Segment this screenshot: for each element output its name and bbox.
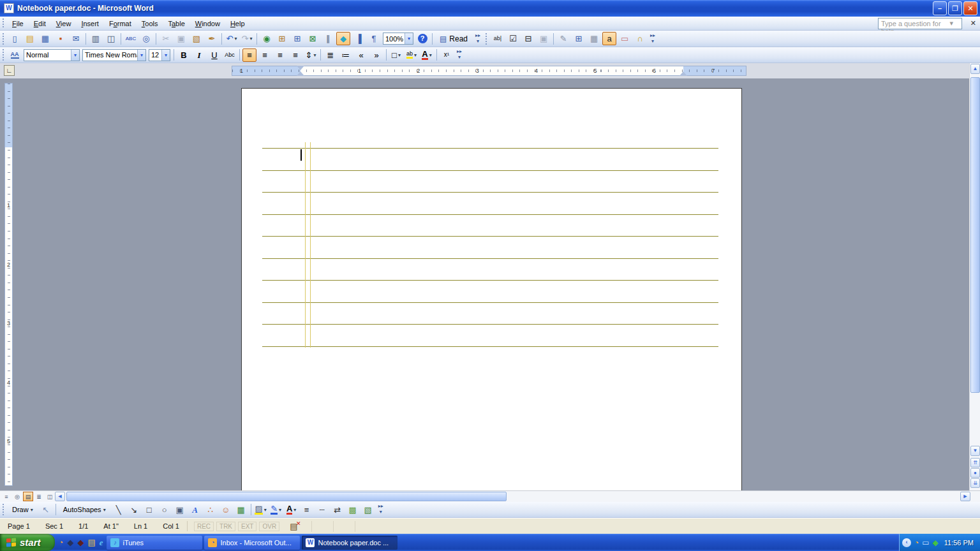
insert-excel-icon[interactable]: ⊠ <box>306 32 320 45</box>
research-icon[interactable]: ◎ <box>139 32 153 45</box>
normal-view-icon[interactable]: ≡ <box>1 492 11 501</box>
web-layout-view-icon[interactable]: ◎ <box>12 492 22 501</box>
size-combo-dropdown-icon[interactable]: ▾ <box>161 50 170 61</box>
bullet-list-icon[interactable]: ≔ <box>339 48 353 62</box>
open-folder-icon[interactable]: ▤ <box>23 32 37 45</box>
tables-and-borders-icon[interactable]: ⊞ <box>275 32 289 45</box>
form-field-shading-icon[interactable]: a <box>602 32 616 45</box>
email-icon[interactable]: ✉ <box>69 32 83 45</box>
line-spacing-icon[interactable]: ⇕▾ <box>304 48 318 62</box>
line-icon[interactable]: ╲ <box>112 503 126 517</box>
insert-picture-icon[interactable]: ▦ <box>234 503 248 517</box>
help-icon[interactable]: ? <box>415 32 429 45</box>
diagram-icon[interactable]: ∴ <box>204 503 218 517</box>
style-combo-dropdown-icon[interactable]: ▾ <box>71 50 79 61</box>
line-spacing-icon-dropdown-icon[interactable]: ▾ <box>313 52 316 58</box>
italic-icon[interactable]: I <box>192 48 206 62</box>
wordart-icon[interactable]: A <box>188 503 202 517</box>
task-button-1[interactable]: ♪iTunes <box>107 536 202 550</box>
minimize-button[interactable]: – <box>933 1 947 15</box>
print-icon[interactable]: ▥ <box>89 32 103 45</box>
read-button[interactable]: ▤Read <box>434 33 473 45</box>
undo-icon[interactable]: ↶▾ <box>225 32 239 45</box>
dash-style-icon[interactable]: ┄ <box>315 503 329 517</box>
increase-indent-icon[interactable]: » <box>369 48 383 62</box>
styles-and-formatting-icon[interactable]: AA <box>8 48 22 62</box>
clip-art-icon[interactable]: ☺ <box>219 503 233 517</box>
scroll-left-icon[interactable]: ◄ <box>55 492 65 501</box>
align-center-icon[interactable]: ≡ <box>258 48 272 62</box>
tray-collapse-icon[interactable]: ‹ <box>902 538 911 547</box>
status-mode-ovr[interactable]: OVR <box>259 522 279 531</box>
task-button-2[interactable]: ◔Inbox - Microsoft Out... <box>204 536 300 550</box>
insert-table-2-icon[interactable]: ⊞ <box>572 32 586 45</box>
redo-icon-dropdown-icon[interactable]: ▾ <box>249 36 252 41</box>
shadow-style-icon[interactable]: ▩ <box>346 503 360 517</box>
spelling-icon[interactable]: ABC <box>124 32 138 45</box>
hanging-indent-marker[interactable] <box>297 71 304 76</box>
scroll-down-icon[interactable]: ▼ <box>970 446 980 456</box>
outline-view-icon[interactable]: ≣ <box>34 492 44 501</box>
line-style-icon[interactable]: ≡ <box>300 503 314 517</box>
quick-ie-icon[interactable]: e <box>100 538 103 548</box>
quick-msn-icon[interactable]: ◆ <box>67 538 73 547</box>
fill-color-icon-dropdown-icon[interactable]: ▾ <box>264 507 267 513</box>
oval-icon[interactable]: ○ <box>158 503 172 517</box>
next-page-icon[interactable]: ⇊ <box>970 478 980 488</box>
menu-table[interactable]: Table <box>163 18 189 29</box>
new-document-icon[interactable]: ▯ <box>8 32 22 45</box>
scroll-up-icon[interactable]: ▲ <box>970 64 980 74</box>
quick-tool-icon[interactable]: ◆ <box>77 538 84 547</box>
rectangle-icon[interactable]: □ <box>142 503 156 517</box>
line-color-icon-dropdown-icon[interactable]: ▾ <box>279 507 281 513</box>
align-right-icon[interactable]: ≡ <box>273 48 287 62</box>
highlight-icon[interactable]: ab▾ <box>405 48 419 62</box>
autoshapes-menu-button[interactable]: AutoShapes▾ <box>59 504 110 515</box>
document-map-icon[interactable]: ▐ <box>352 32 366 45</box>
drawing-toolbar-grip[interactable] <box>2 503 5 515</box>
tray-antivirus-icon[interactable]: ◆ <box>932 538 938 547</box>
font-combo[interactable]: Times New Roman▾ <box>82 49 146 61</box>
checkbox-form-field-icon[interactable]: ☑ <box>506 32 520 45</box>
menu-view[interactable]: View <box>51 18 77 29</box>
menu-format[interactable]: Format <box>104 18 137 29</box>
scroll-right-icon[interactable]: ► <box>960 492 970 501</box>
format-painter-icon[interactable]: ✒ <box>205 32 219 45</box>
font-color-icon[interactable]: A▾ <box>420 48 434 62</box>
zoom-combo-dropdown-icon[interactable]: ▾ <box>405 33 413 44</box>
form-field-options-icon[interactable]: ▣ <box>537 32 551 45</box>
decrease-indent-icon[interactable]: « <box>354 48 368 62</box>
save-icon[interactable]: ▦ <box>38 32 52 45</box>
permission-icon[interactable]: ▪ <box>54 32 68 45</box>
text-box-icon[interactable]: ▣ <box>173 503 187 517</box>
redo-icon[interactable]: ↷▾ <box>240 32 254 45</box>
columns-icon[interactable]: ∥ <box>321 32 335 45</box>
previous-page-icon[interactable]: ⇈ <box>970 458 980 467</box>
draw-table-icon[interactable]: ✎ <box>556 32 570 45</box>
menu-help[interactable]: Help <box>225 18 250 29</box>
drawing-icon[interactable]: ◆ <box>336 32 350 45</box>
print-preview-icon[interactable]: ◫ <box>104 32 118 45</box>
horizontal-scroll-thumb[interactable] <box>66 492 507 501</box>
question-help-dropdown-icon[interactable]: ▾ <box>947 18 962 29</box>
menu-tools[interactable]: Tools <box>137 18 163 29</box>
close-document-icon[interactable]: ✕ <box>970 19 976 27</box>
restore-button[interactable]: ❐ <box>948 1 962 15</box>
vertical-scroll-thumb[interactable] <box>970 77 980 393</box>
start-button[interactable]: start <box>0 534 55 551</box>
reset-form-fields-icon[interactable]: ▭ <box>618 32 632 45</box>
forms-toolbar-options-icon[interactable]: ▸▸▾ <box>649 33 657 45</box>
spelling-status-icon[interactable]: ▤✕ <box>290 522 297 531</box>
first-line-indent-marker[interactable] <box>297 66 304 70</box>
horizontal-ruler[interactable]: 11234567 <box>232 66 746 76</box>
font-combo-dropdown-icon[interactable]: ▾ <box>137 50 145 61</box>
fill-color-icon[interactable]: ▨▾ <box>254 503 268 517</box>
justify-icon[interactable]: ≡ <box>288 48 302 62</box>
outside-border-icon-dropdown-icon[interactable]: ▾ <box>398 52 401 58</box>
quick-outlook-icon[interactable]: ◔ <box>59 538 64 547</box>
vertical-scrollbar[interactable]: ▲ ▼ ⇈ ● ⇊ <box>969 63 980 490</box>
menu-window[interactable]: Window <box>190 18 225 29</box>
superscript-icon[interactable]: x¹ <box>440 48 454 62</box>
outside-border-icon[interactable]: □▾ <box>389 48 403 62</box>
menu-edit[interactable]: Edit <box>29 18 51 29</box>
